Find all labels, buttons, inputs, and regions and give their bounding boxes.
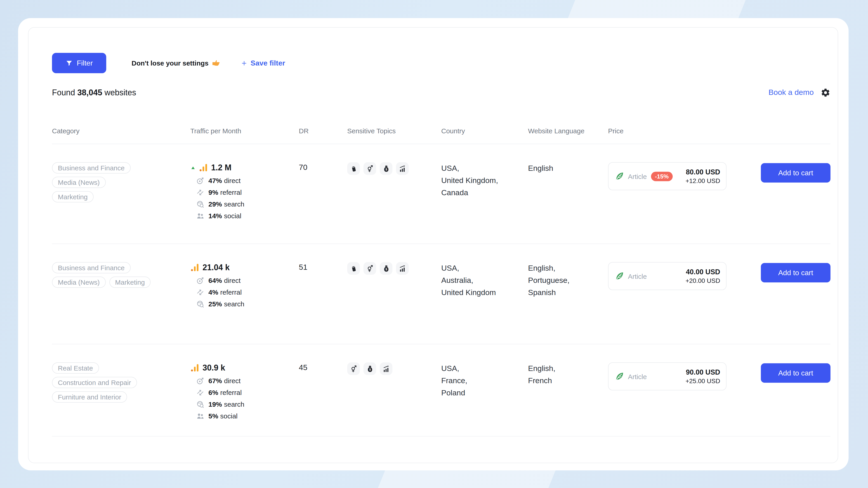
language-cell: English, French	[528, 362, 608, 387]
actions-cell: Add to cart	[761, 262, 831, 283]
gambling-icon	[364, 362, 376, 375]
demo-group: Book a demo	[769, 88, 831, 98]
language-cell: English	[528, 162, 608, 174]
country-line: USA,	[441, 362, 528, 375]
category-cell: Real Estate Construction and Repair Furn…	[52, 362, 190, 406]
traffic-label: search	[224, 200, 244, 207]
direct-target-icon	[196, 377, 204, 385]
referral-arrows-icon	[196, 188, 204, 196]
dr-value: 45	[299, 362, 347, 372]
category-tag: Construction and Repair	[52, 377, 137, 388]
feather-icon	[614, 170, 624, 182]
country-line: United Kingdom	[441, 287, 528, 299]
alcohol-icon	[347, 162, 360, 175]
table-footer	[52, 436, 831, 463]
table-row: Business and Finance Media (News) Market…	[52, 144, 831, 244]
search-globe-icon	[196, 400, 204, 408]
table-header: Category Traffic per Month DR Sensitive …	[52, 127, 831, 144]
actions-cell: Add to cart	[761, 162, 831, 183]
settings-gear-icon[interactable]	[820, 88, 831, 98]
traffic-value: 29%	[209, 200, 222, 207]
feather-icon	[614, 370, 624, 382]
traffic-label: direct	[224, 176, 241, 184]
social-users-icon	[196, 212, 204, 220]
plus-icon	[241, 60, 248, 66]
country-line: Canada	[441, 187, 528, 199]
app-window: Filter Don't lose your settings Save fil…	[18, 18, 848, 470]
main-card: Filter Don't lose your settings Save fil…	[28, 27, 838, 463]
sensitive-topics-cell	[347, 362, 441, 375]
header-country: Country	[441, 127, 528, 135]
results-count: Found 38,045 websites	[52, 88, 136, 97]
traffic-total: 1.2 M	[211, 163, 231, 172]
trading-icon	[380, 362, 393, 375]
traffic-label: referral	[220, 288, 242, 296]
traffic-value: 25%	[209, 300, 222, 307]
analytics-bars-icon	[199, 163, 208, 172]
header-price: Price	[608, 127, 761, 135]
price-surcharge: +25.00 USD	[686, 377, 720, 385]
language-line: Spanish	[528, 287, 608, 299]
traffic-value: 9%	[209, 188, 218, 196]
add-to-cart-button[interactable]: Add to cart	[761, 363, 831, 383]
country-line: USA,	[441, 262, 528, 274]
country-cell: USA, United Kingdom, Canada	[441, 162, 528, 199]
analytics-bars-icon	[190, 263, 199, 272]
price-amount: 90.00 USD	[686, 367, 720, 377]
traffic-cell: 30.9 k 67% direct 6% referral 19% s	[190, 362, 299, 423]
settings-hint: Don't lose your settings	[131, 59, 220, 67]
price-card[interactable]: Article 90.00 USD +25.00 USD	[608, 362, 726, 390]
trading-icon	[396, 162, 409, 175]
add-to-cart-button[interactable]: Add to cart	[761, 263, 831, 283]
category-tag: Marketing	[52, 191, 94, 202]
adult-content-icon	[364, 162, 376, 175]
found-prefix: Found	[52, 88, 75, 97]
dr-value: 51	[299, 262, 347, 272]
country-line: United Kingdom,	[441, 174, 528, 187]
book-demo-link[interactable]: Book a demo	[769, 88, 814, 97]
filter-bar: Filter Don't lose your settings Save fil…	[52, 53, 831, 73]
traffic-value: 14%	[209, 212, 222, 219]
table-row: Real Estate Construction and Repair Furn…	[52, 344, 831, 436]
traffic-value: 47%	[209, 176, 222, 184]
price-type: Article	[628, 172, 647, 180]
filter-button-label: Filter	[76, 59, 93, 67]
actions-cell: Add to cart	[761, 362, 831, 383]
category-tag: Real Estate	[52, 362, 99, 374]
referral-arrows-icon	[196, 388, 204, 396]
price-surcharge: +20.00 USD	[686, 276, 720, 285]
traffic-label: direct	[224, 276, 241, 284]
filter-button[interactable]: Filter	[52, 53, 106, 73]
category-cell: Business and Finance Media (News) Market…	[52, 162, 190, 205]
traffic-value: 67%	[209, 377, 222, 384]
alcohol-icon	[347, 262, 360, 275]
settings-hint-text: Don't lose your settings	[131, 59, 209, 67]
price-type: Article	[628, 372, 647, 380]
add-to-cart-button[interactable]: Add to cart	[761, 163, 831, 183]
language-line: English,	[528, 262, 608, 274]
funnel-icon	[65, 59, 72, 67]
price-type: Article	[628, 272, 647, 280]
search-globe-icon	[196, 200, 204, 208]
direct-target-icon	[196, 176, 204, 185]
header-actions	[761, 127, 831, 135]
traffic-cell: 1.2 M 47% direct 9% referral 29% se	[190, 162, 299, 223]
traffic-label: referral	[220, 188, 242, 196]
price-card[interactable]: Article -15% 80.00 USD +12.00 USD	[608, 162, 726, 190]
language-line: Portuguese,	[528, 274, 608, 287]
traffic-label: search	[224, 400, 244, 408]
category-tag: Business and Finance	[52, 162, 130, 173]
traffic-total: 30.9 k	[203, 363, 225, 372]
traffic-value: 64%	[209, 276, 222, 284]
price-cell: Article -15% 80.00 USD +12.00 USD	[608, 162, 761, 190]
price-amount: 40.00 USD	[686, 267, 720, 276]
category-cell: Business and Finance Media (News) Market…	[52, 262, 190, 291]
adult-content-icon	[347, 362, 360, 375]
traffic-cell: 21.04 k 64% direct 4% referral 25%	[190, 262, 299, 311]
category-tag: Media (News)	[52, 276, 105, 288]
price-card[interactable]: Article 40.00 USD +20.00 USD	[608, 262, 726, 290]
feather-icon	[614, 270, 624, 282]
language-line: English,	[528, 362, 608, 375]
traffic-label: social	[220, 412, 238, 420]
save-filter-link[interactable]: Save filter	[241, 59, 285, 67]
